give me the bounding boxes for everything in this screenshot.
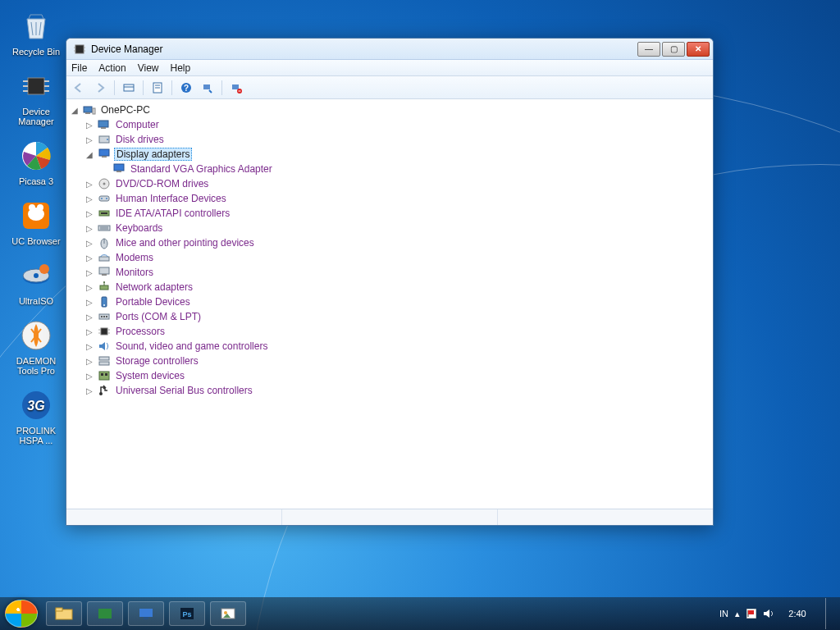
pin-photoshop[interactable]: Ps	[169, 601, 205, 626]
svg-rect-59	[99, 267, 109, 274]
expand-icon[interactable]: ▷	[83, 281, 96, 294]
close-button[interactable]: ✕	[687, 42, 710, 57]
toolbar: ?	[66, 76, 713, 99]
start-button[interactable]	[5, 600, 38, 628]
pin-app-1[interactable]	[87, 601, 123, 626]
desktop-icon-daemon-tools[interactable]: DAEMON Tools Pro	[5, 314, 67, 377]
tree-item[interactable]: ▷DVD/CD-ROM drives	[68, 176, 711, 191]
tree-item[interactable]: ▷Network adapters	[68, 280, 711, 294]
maximize-button[interactable]: ▢	[662, 42, 685, 57]
tree-item-label: Standard VGA Graphics Adapter	[129, 163, 274, 175]
device-tree[interactable]: ◢OnePC-PC▷Computer▷Disk drives◢Display a…	[66, 99, 713, 509]
pin-image-viewer[interactable]	[210, 601, 246, 626]
expand-icon[interactable]: ▷	[83, 310, 96, 323]
expand-icon[interactable]: ▷	[83, 221, 96, 235]
tree-item[interactable]: ▷Mice and other pointing devices	[68, 235, 711, 250]
show-desktop-button[interactable]	[825, 598, 835, 629]
svg-rect-58	[99, 257, 109, 261]
tree-item[interactable]: ▷Sound, video and game controllers	[68, 339, 711, 354]
tree-item-label: Human Interface Devices	[114, 193, 228, 204]
pin-explorer[interactable]	[46, 601, 82, 626]
tree-item[interactable]: ▷Portable Devices	[68, 294, 711, 309]
taskbar: Ps IN ▴ 2:40	[0, 597, 840, 630]
system-icon	[98, 369, 111, 382]
svg-rect-70	[101, 328, 107, 335]
svg-rect-79	[105, 373, 107, 376]
tree-item[interactable]: ▷Human Interface Devices	[68, 191, 711, 206]
show-hidden-button[interactable]	[120, 79, 138, 97]
tray-chevron-icon[interactable]: ▴	[735, 609, 740, 619]
system-tray: IN ▴ 2:40	[719, 598, 835, 629]
menu-help[interactable]: Help	[171, 62, 191, 74]
tree-item[interactable]: ▷Disk drives	[68, 132, 711, 147]
expand-icon[interactable]: ▷	[83, 325, 96, 338]
expand-icon[interactable]: ◢	[83, 148, 96, 161]
scan-button[interactable]	[199, 79, 217, 97]
tree-item[interactable]: ▷IDE ATA/ATAPI controllers	[68, 206, 711, 221]
expand-icon[interactable]: ▷	[83, 118, 96, 131]
tree-item[interactable]: ▷Modems	[68, 250, 711, 265]
svg-text:?: ?	[184, 84, 189, 93]
tree-root[interactable]: ◢OnePC-PC	[68, 103, 711, 117]
uninstall-button[interactable]	[227, 79, 245, 97]
minimize-button[interactable]: —	[637, 42, 660, 57]
svg-rect-43	[102, 156, 107, 158]
properties-button[interactable]	[148, 79, 167, 97]
expand-icon[interactable]: ▷	[83, 295, 96, 308]
tree-item[interactable]: ▷Storage controllers	[68, 354, 711, 368]
svg-rect-53	[98, 226, 110, 231]
svg-rect-44	[114, 164, 124, 171]
desktop-icon-picasa[interactable]: Picasa 3	[5, 135, 67, 188]
expand-icon[interactable]: ▷	[83, 354, 96, 368]
svg-point-89	[224, 611, 227, 614]
menu-file[interactable]: File	[71, 62, 87, 74]
clock[interactable]: 2:40	[781, 609, 814, 619]
tray-volume-icon[interactable]	[763, 609, 774, 619]
desktop-icon-prolink[interactable]: 3G PROLINK HSPA ...	[5, 384, 67, 447]
expand-icon[interactable]: ▷	[83, 133, 96, 146]
tree-item[interactable]: ▷Monitors	[68, 265, 711, 280]
tree-item[interactable]: ▷Keyboards	[68, 221, 711, 235]
expand-icon[interactable]: ▷	[83, 384, 96, 397]
svg-rect-60	[102, 274, 107, 276]
lang-indicator[interactable]: IN	[719, 609, 728, 619]
desktop-icon-recycle-bin[interactable]: Recycle Bin	[5, 5, 67, 58]
tree-item[interactable]: Standard VGA Graphics Adapter	[68, 162, 711, 176]
svg-rect-37	[93, 108, 95, 114]
menu-view[interactable]: View	[138, 62, 159, 74]
tray-flag-icon[interactable]	[746, 609, 756, 619]
expand-icon[interactable]: ▷	[83, 251, 96, 264]
window-controls: — ▢ ✕	[637, 42, 710, 57]
desktop-icon-ultraiso[interactable]: UltraISO	[5, 254, 67, 308]
tree-item[interactable]: ▷Ports (COM & LPT)	[68, 309, 711, 324]
tree-item[interactable]: ▷Processors	[68, 324, 711, 339]
forward-button[interactable]	[91, 79, 109, 97]
svg-point-11	[37, 204, 43, 211]
menu-action[interactable]: Action	[98, 62, 126, 74]
expand-icon[interactable]: ▷	[83, 340, 96, 353]
svg-rect-32	[232, 84, 239, 89]
help-button[interactable]: ?	[177, 79, 195, 97]
expand-icon[interactable]: ▷	[83, 192, 96, 205]
tree-item[interactable]: ▷System devices	[68, 368, 711, 383]
desktop-icon-device-manager[interactable]: Device Manager	[5, 65, 67, 128]
expand-icon[interactable]: ▷	[83, 236, 96, 249]
collapse-icon[interactable]: ◢	[68, 103, 81, 116]
expand-icon[interactable]: ▷	[83, 207, 96, 220]
expand-icon[interactable]: ▷	[83, 266, 96, 279]
expand-icon[interactable]: ▷	[83, 177, 96, 190]
svg-point-15	[39, 264, 49, 274]
tree-item[interactable]: ▷Universal Serial Bus controllers	[68, 383, 711, 398]
tree-item[interactable]: ◢Display adapters	[68, 147, 711, 162]
tree-root-label: OnePC-PC	[99, 104, 152, 116]
tree-item-label: Keyboards	[114, 222, 164, 234]
picasa-icon	[16, 136, 56, 176]
pin-app-2[interactable]	[128, 601, 164, 626]
titlebar[interactable]: Device Manager — ▢ ✕	[66, 39, 713, 60]
back-button[interactable]	[70, 79, 88, 97]
desktop-icon-uc-browser[interactable]: UC Browser	[5, 194, 67, 248]
expand-icon[interactable]: ▷	[83, 369, 96, 382]
tree-item[interactable]: ▷Computer	[68, 117, 711, 132]
window-title: Device Manager	[91, 43, 637, 55]
menubar: File Action View Help	[66, 60, 713, 76]
